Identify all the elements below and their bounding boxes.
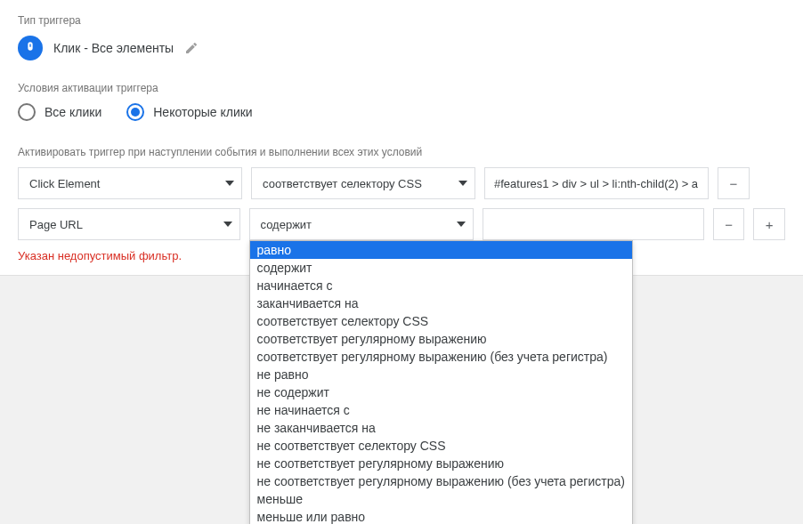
remove-condition-button[interactable]: − [713, 208, 745, 240]
caret-down-icon [225, 181, 234, 186]
operator-option[interactable]: не содержит [250, 383, 632, 401]
activation-radio-group: Все клики Некоторые клики [18, 103, 785, 121]
caret-down-icon [458, 181, 467, 186]
add-condition-button[interactable]: + [753, 208, 785, 240]
condition-row: Page URL содержит равносодержитначинаетс… [18, 208, 785, 240]
operator-option[interactable]: не заканчивается на [250, 419, 632, 437]
operator-dropdown[interactable]: равносодержитначинается сзаканчивается н… [249, 240, 633, 524]
operator-option[interactable]: начинается с [250, 277, 632, 294]
operator-option[interactable]: соответствует регулярному выражению [250, 330, 632, 348]
operator-option[interactable]: не соответствует регулярному выражению (… [250, 472, 632, 490]
operator-select-value: соответствует селектору CSS [263, 177, 422, 190]
activation-conditions-label: Условия активации триггера [18, 82, 785, 94]
operator-select[interactable]: содержит [249, 208, 474, 240]
trigger-type-name: Клик - Все элементы [53, 41, 174, 55]
conditions-hint: Активировать триггер при наступлении соб… [18, 146, 785, 158]
caret-down-icon [223, 222, 232, 227]
operator-option[interactable]: не равно [250, 366, 632, 383]
trigger-type-row: Клик - Все элементы [18, 36, 785, 60]
variable-select-value: Page URL [29, 218, 83, 231]
caret-down-icon [457, 222, 466, 227]
value-input[interactable] [483, 208, 704, 240]
radio-some-clicks[interactable]: Некоторые клики [126, 103, 252, 121]
click-icon [18, 36, 43, 60]
condition-row: Click Element соответствует селектору CS… [18, 167, 785, 199]
variable-select-value: Click Element [29, 177, 100, 190]
value-input[interactable] [484, 167, 709, 199]
variable-select[interactable]: Page URL [18, 208, 240, 240]
operator-select[interactable]: соответствует селектору CSS [251, 167, 475, 199]
edit-trigger-type-icon[interactable] [184, 41, 199, 55]
operator-option[interactable]: равно [250, 241, 632, 259]
operator-option[interactable]: не соответствует селектору CSS [250, 437, 632, 455]
operator-option[interactable]: заканчивается на [250, 294, 632, 312]
radio-circle-icon [18, 103, 36, 121]
operator-option[interactable]: не соответствует регулярному выражению [250, 455, 632, 472]
radio-some-clicks-label: Некоторые клики [153, 105, 252, 119]
radio-all-clicks[interactable]: Все клики [18, 103, 101, 121]
trigger-type-label: Тип триггера [18, 14, 785, 27]
operator-option[interactable]: меньше или равно [250, 508, 632, 524]
operator-option[interactable]: не начинается с [250, 401, 632, 419]
variable-select[interactable]: Click Element [18, 167, 242, 199]
remove-condition-button[interactable]: − [718, 167, 750, 199]
operator-option[interactable]: содержит [250, 259, 632, 277]
operator-option[interactable]: меньше [250, 490, 632, 508]
operator-option[interactable]: соответствует селектору CSS [250, 312, 632, 330]
radio-circle-icon [126, 103, 144, 121]
operator-option[interactable]: соответствует регулярному выражению (без… [250, 348, 632, 366]
operator-select-value: содержит [261, 218, 312, 231]
radio-all-clicks-label: Все клики [45, 105, 101, 119]
